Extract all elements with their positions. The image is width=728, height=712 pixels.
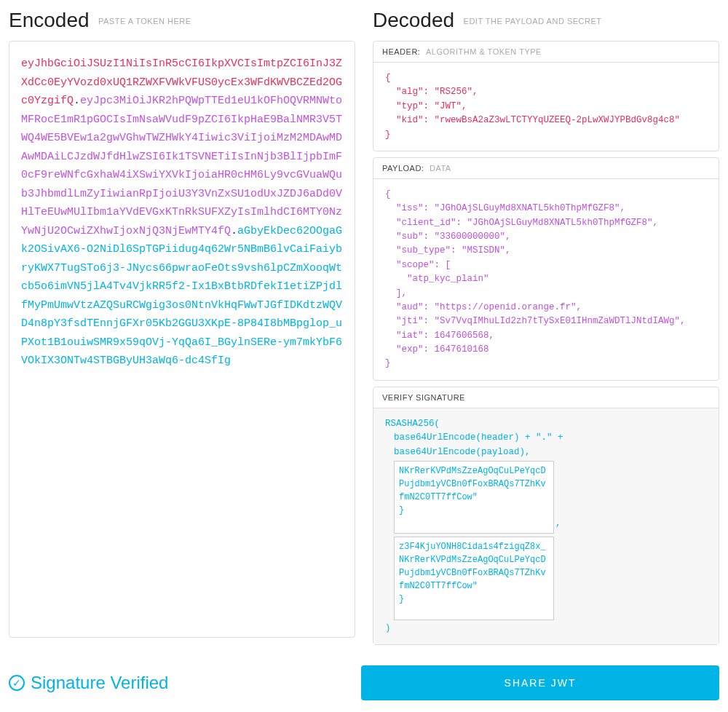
- payload-panel: PAYLOAD: DATA { "iss": "JGhOAjSLGuyMd8XN…: [373, 157, 719, 381]
- sig-payload-line: base64UrlEncode(payload),: [394, 446, 707, 459]
- check-circle-icon: ✓: [9, 675, 25, 691]
- encoded-title: Encoded: [9, 9, 90, 32]
- public-key-textarea[interactable]: [394, 461, 554, 534]
- sig-algo-line: RSASHA256(: [385, 417, 707, 431]
- encoded-subtitle: PASTE A TOKEN HERE: [98, 17, 191, 25]
- decoded-subtitle: EDIT THE PAYLOAD AND SECRET: [464, 17, 602, 25]
- payload-panel-label: PAYLOAD:: [382, 164, 424, 173]
- sig-close-paren: ): [385, 622, 707, 636]
- token-payload-segment: eyJpc3MiOiJKR2hPQWpTTEd1eU1kOFhOQVRMNWto…: [21, 95, 342, 237]
- bottom-row: ✓ Signature Verified SHARE JWT: [9, 665, 719, 700]
- header-panel: HEADER: ALGORITHM & TOKEN TYPE { "alg": …: [373, 41, 719, 151]
- sig-header-line: base64UrlEncode(header) + "." +: [394, 431, 707, 445]
- main-container: Encoded PASTE A TOKEN HERE eyJhbGciOiJSU…: [9, 9, 719, 651]
- encoded-title-row: Encoded PASTE A TOKEN HERE: [9, 9, 355, 32]
- verify-panel-body: RSASHA256( base64UrlEncode(header) + "."…: [373, 408, 719, 645]
- share-jwt-button[interactable]: SHARE JWT: [361, 665, 719, 700]
- signature-status: ✓ Signature Verified: [9, 673, 344, 693]
- encoded-column: Encoded PASTE A TOKEN HERE eyJhbGciOiJSU…: [9, 9, 355, 651]
- header-panel-label: HEADER:: [382, 47, 420, 56]
- payload-panel-body[interactable]: { "iss": "JGhOAjSLGuyMd8XNATL5kh0ThpMfGZ…: [373, 179, 719, 380]
- verify-panel-label: VERIFY SIGNATURE: [382, 393, 465, 402]
- header-panel-head: HEADER: ALGORITHM & TOKEN TYPE: [373, 41, 719, 63]
- decoded-column: Decoded EDIT THE PAYLOAD AND SECRET HEAD…: [373, 9, 719, 651]
- verify-panel-head: VERIFY SIGNATURE: [373, 387, 719, 408]
- signature-status-text: Signature Verified: [31, 673, 168, 693]
- verify-panel: VERIFY SIGNATURE RSASHA256( base64UrlEnc…: [373, 387, 719, 646]
- decoded-title-row: Decoded EDIT THE PAYLOAD AND SECRET: [373, 9, 719, 32]
- payload-panel-head: PAYLOAD: DATA: [373, 158, 719, 179]
- private-key-textarea[interactable]: [394, 537, 554, 620]
- sig-comma: ,: [555, 517, 561, 531]
- payload-panel-sub: DATA: [430, 164, 451, 173]
- token-dot-1: .: [74, 95, 80, 107]
- token-signature-segment: aGbyEkDec62OOgaGk2OSivAX6-O2NiDl6SpTGPii…: [21, 225, 342, 368]
- header-panel-sub: ALGORITHM & TOKEN TYPE: [426, 47, 542, 56]
- token-dot-2: .: [231, 225, 237, 237]
- decoded-title: Decoded: [373, 9, 454, 32]
- encoded-token-box[interactable]: eyJhbGciOiJSUzI1NiIsInR5cCI6IkpXVCIsImtp…: [9, 41, 355, 638]
- header-panel-body[interactable]: { "alg": "RS256", "typ": "JWT", "kid": "…: [373, 63, 719, 151]
